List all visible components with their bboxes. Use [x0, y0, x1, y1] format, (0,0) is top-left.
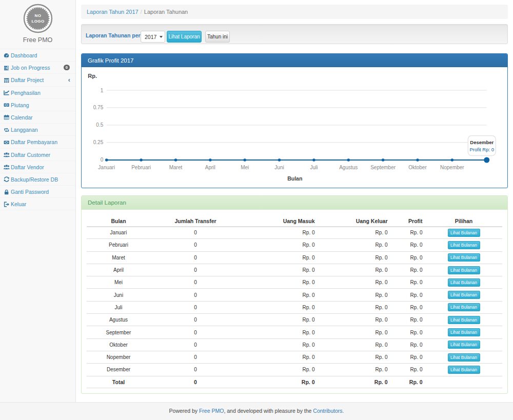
svg-text:Agustus: Agustus — [339, 165, 358, 170]
svg-text:0.5: 0.5 — [96, 122, 103, 128]
svg-text:LOGO: LOGO — [31, 18, 44, 23]
svg-text:Januari: Januari — [98, 165, 115, 170]
svg-text:Mei: Mei — [241, 165, 249, 170]
svg-text:April: April — [205, 165, 215, 170]
svg-text:0: 0 — [101, 157, 104, 163]
svg-text:Bulan: Bulan — [287, 175, 302, 182]
svg-text:Oktober: Oktober — [408, 165, 427, 170]
svg-text:NO: NO — [34, 13, 41, 17]
svg-text:0.25: 0.25 — [93, 139, 104, 145]
svg-text:Nopember: Nopember — [440, 165, 464, 170]
svg-text:Rp.: Rp. — [88, 72, 97, 78]
svg-text:Maret: Maret — [169, 165, 183, 170]
svg-text:September: September — [370, 165, 396, 170]
svg-text:Profit Rp: 0: Profit Rp: 0 — [469, 147, 494, 152]
svg-text:Juli: Juli — [310, 165, 318, 170]
svg-text:Desember: Desember — [470, 139, 494, 145]
svg-text:0.75: 0.75 — [93, 105, 104, 110]
svg-text:1: 1 — [101, 87, 104, 93]
svg-text:Juni: Juni — [274, 165, 284, 170]
svg-text:Pebruari: Pebruari — [131, 165, 151, 170]
